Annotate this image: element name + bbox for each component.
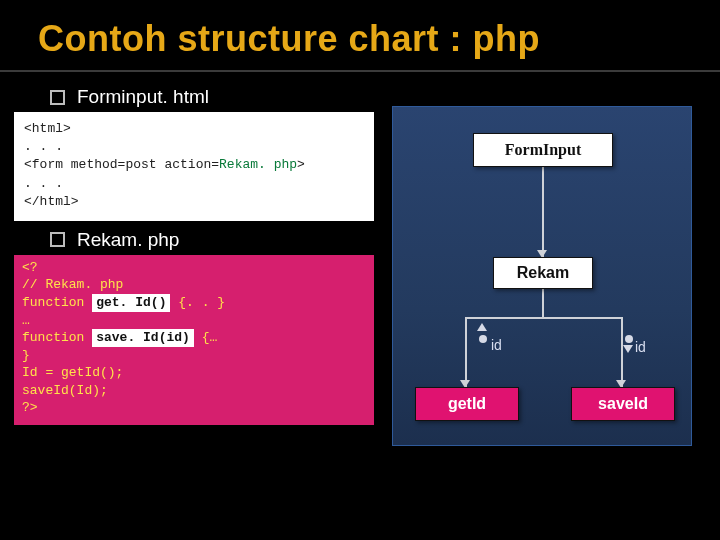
code-line: <? xyxy=(22,259,366,277)
chart-edge xyxy=(465,317,467,387)
code-text: {. . } xyxy=(170,295,225,310)
data-arrow-down-icon xyxy=(623,345,633,353)
code-line: } xyxy=(22,347,366,365)
right-column: id id FormInput Rekam getId saveId xyxy=(392,84,692,446)
code-rekam-php: <? // Rekam. php function get. Id() {. .… xyxy=(14,255,374,425)
flow-label-id-left: id xyxy=(491,337,502,353)
data-dot-icon xyxy=(625,335,633,343)
slide-title: Contoh structure chart : php xyxy=(0,18,720,60)
code-line: ?> xyxy=(22,399,366,417)
node-getid: getId xyxy=(415,387,519,421)
bullet-rekam-label: Rekam. php xyxy=(77,229,179,251)
title-divider xyxy=(0,70,720,72)
code-line: // Rekam. php xyxy=(22,276,366,294)
code-line: function get. Id() {. . } xyxy=(22,294,366,312)
code-line: Id = getId(); xyxy=(22,364,366,382)
left-column: Forminput. html <html> . . . <form metho… xyxy=(32,84,372,446)
node-rekam: Rekam xyxy=(493,257,593,289)
code-line: . . . xyxy=(24,138,364,156)
code-fn-name: get. Id() xyxy=(92,294,170,312)
code-text: <form method=post action= xyxy=(24,157,219,172)
code-fn-name: save. Id(id) xyxy=(92,329,194,347)
flow-label-id-right: id xyxy=(635,339,646,355)
structure-chart: id id FormInput Rekam getId saveId xyxy=(392,106,692,446)
slide-content: Forminput. html <html> . . . <form metho… xyxy=(0,78,720,446)
code-text: {… xyxy=(194,330,217,345)
square-bullet-icon xyxy=(50,90,65,105)
data-dot-icon xyxy=(479,335,487,343)
code-line: saveId(Id); xyxy=(22,382,366,400)
bullet-forminput-label: Forminput. html xyxy=(77,86,209,108)
bullet-forminput: Forminput. html xyxy=(50,86,372,108)
chart-edge xyxy=(542,289,544,317)
code-line: </html> xyxy=(24,193,364,211)
node-forminput: FormInput xyxy=(473,133,613,167)
code-line: … xyxy=(22,312,366,330)
code-line: . . . xyxy=(24,175,364,193)
code-text: function xyxy=(22,295,92,310)
code-text: > xyxy=(297,157,305,172)
code-line: function save. Id(id) {… xyxy=(22,329,366,347)
code-line: <form method=post action=Rekam. php> xyxy=(24,156,364,174)
data-arrow-up-icon xyxy=(477,323,487,331)
square-bullet-icon xyxy=(50,232,65,247)
chart-edge xyxy=(542,167,544,257)
code-forminput-html: <html> . . . <form method=post action=Re… xyxy=(14,112,374,221)
node-saveid: saveId xyxy=(571,387,675,421)
code-text: function xyxy=(22,330,92,345)
code-highlight: Rekam. php xyxy=(219,157,297,172)
chart-edge xyxy=(465,317,623,319)
slide: Contoh structure chart : php Forminput. … xyxy=(0,0,720,540)
bullet-rekam: Rekam. php xyxy=(50,229,372,251)
code-line: <html> xyxy=(24,120,364,138)
